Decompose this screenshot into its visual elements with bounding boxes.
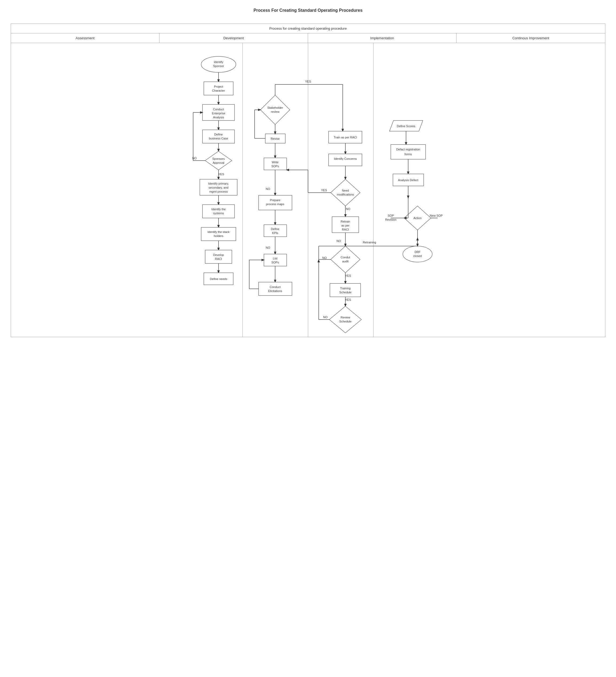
svg-text:audit: audit [342, 260, 348, 263]
svg-text:Review: Review [341, 316, 350, 319]
svg-rect-62 [264, 158, 287, 170]
svg-text:YES: YES [345, 274, 351, 277]
svg-text:YES: YES [218, 173, 224, 176]
svg-rect-38 [201, 227, 236, 241]
svg-text:modifications: modifications [337, 193, 354, 196]
col-header-continous: Continous Improvement [457, 33, 605, 43]
svg-text:Identify the stack: Identify the stack [207, 230, 230, 233]
svg-text:secondary, and: secondary, and [208, 186, 228, 189]
page-title: Process For Creating Standard Operating … [0, 0, 616, 18]
svg-text:review: review [271, 110, 279, 113]
svg-marker-48 [260, 95, 290, 125]
svg-text:business Case: business Case [209, 137, 228, 140]
svg-text:NO: NO [266, 187, 270, 190]
svg-marker-119 [329, 306, 362, 333]
svg-text:NO: NO [323, 316, 328, 319]
svg-text:Define: Define [271, 227, 279, 231]
svg-text:Training: Training [340, 287, 350, 290]
svg-text:Analysis Defect: Analysis Defect [398, 178, 418, 182]
svg-text:Define needs: Define needs [210, 277, 227, 280]
svg-text:SOP: SOP [388, 214, 394, 217]
svg-text:YES: YES [345, 298, 351, 301]
svg-text:Need: Need [342, 189, 349, 192]
svg-rect-80 [258, 282, 292, 296]
col-header-development: Development [159, 33, 308, 43]
svg-text:Revision: Revision [385, 218, 396, 221]
flowchart-svg: Identify Sponsor Project Character Condu… [11, 43, 605, 337]
svg-text:Define Scores: Define Scores [397, 125, 415, 128]
svg-text:Sponsors: Sponsors [212, 157, 225, 160]
svg-text:New SOP: New SOP [430, 214, 443, 217]
svg-text:holders: holders [214, 234, 224, 237]
svg-rect-16 [202, 130, 235, 143]
svg-text:Sponsor: Sponsor [213, 64, 224, 67]
svg-rect-7 [204, 82, 233, 95]
svg-text:KPIs: KPIs [272, 231, 278, 235]
svg-text:NO: NO [266, 246, 270, 249]
svg-text:mgmt process: mgmt process [209, 190, 228, 193]
svg-text:Identify: Identify [214, 60, 223, 63]
svg-text:Conduct: Conduct [213, 108, 224, 111]
svg-text:closed: closed [413, 254, 422, 258]
diagram-container: Process for creating standard operating … [11, 24, 605, 337]
svg-text:Develop: Develop [213, 253, 224, 257]
svg-marker-92 [331, 179, 360, 206]
svg-text:SOPs: SOPs [271, 261, 279, 264]
col-header-assessment: Assessment [11, 33, 159, 43]
svg-text:as per: as per [341, 224, 350, 227]
svg-rect-76 [264, 254, 287, 266]
svg-marker-20 [205, 151, 232, 170]
svg-text:Identify Concerns: Identify Concerns [334, 157, 357, 160]
columns-header: Assessment Development Implementation Co… [11, 33, 605, 43]
svg-text:forms: forms [405, 152, 412, 156]
svg-text:Retrain: Retrain [341, 220, 350, 223]
svg-text:NO: NO [337, 239, 341, 242]
svg-text:Character: Character [212, 89, 225, 92]
svg-text:Analysis: Analysis [213, 116, 224, 119]
svg-text:Enterprise: Enterprise [212, 112, 225, 115]
svg-text:Stakeholder: Stakeholder [268, 106, 283, 109]
svg-text:process maps: process maps [266, 202, 284, 206]
svg-text:Condut: Condut [341, 256, 350, 259]
svg-text:Schedule: Schedule [339, 291, 351, 294]
svg-text:Train as per RACI: Train as per RACI [334, 136, 357, 139]
svg-text:NO: NO [322, 256, 327, 260]
svg-text:YES: YES [321, 189, 327, 192]
svg-text:SOPs: SOPs [271, 165, 279, 168]
svg-text:Project: Project [214, 85, 223, 88]
diagram-header: Process for creating standard operating … [11, 24, 605, 33]
svg-point-148 [403, 246, 432, 262]
svg-text:systems: systems [213, 212, 224, 215]
svg-text:Write: Write [272, 161, 278, 164]
svg-rect-128 [391, 144, 426, 159]
svg-text:Define: Define [214, 133, 223, 136]
svg-text:Schedule: Schedule [339, 320, 351, 323]
col-header-implementation: Implementation [308, 33, 457, 43]
svg-text:YES: YES [305, 80, 311, 83]
svg-rect-71 [264, 225, 287, 237]
svg-text:Elicitations: Elicitations [268, 289, 282, 292]
svg-text:Prepare: Prepare [270, 198, 280, 202]
svg-text:NO: NO [346, 207, 350, 211]
svg-text:Defact registration: Defact registration [396, 148, 420, 151]
svg-text:RACI: RACI [342, 228, 349, 231]
svg-text:Approval: Approval [212, 161, 224, 164]
svg-rect-42 [205, 250, 232, 263]
svg-marker-107 [331, 246, 360, 273]
svg-text:Revise: Revise [271, 137, 280, 140]
svg-text:Identify the: Identify the [211, 208, 226, 211]
svg-text:Action: Action [414, 216, 422, 220]
svg-text:Retraining: Retraining [363, 241, 376, 244]
diagram-body: Identify Sponsor Project Character Condu… [11, 43, 605, 337]
svg-text:DRF: DRF [415, 250, 421, 254]
svg-text:RACI: RACI [215, 257, 222, 261]
svg-text:Conduct: Conduct [270, 285, 281, 288]
svg-rect-34 [202, 205, 235, 218]
svg-text:List: List [273, 257, 277, 260]
svg-rect-114 [330, 283, 361, 297]
svg-text:Identify primary,: Identify primary, [208, 182, 229, 185]
